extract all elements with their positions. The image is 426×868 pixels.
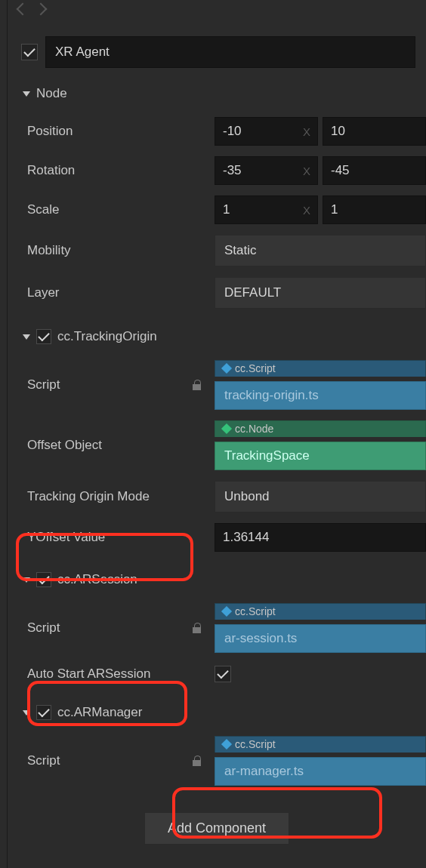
script-field[interactable]: ar-session.ts [215,624,426,653]
prop-script: Script cc.Script ar-manager.ts [8,731,426,791]
lock-icon [193,623,201,633]
prop-offset-object: Offset Object cc.Node TrackingSpace [8,415,426,476]
section-title: Node [36,86,67,101]
prop-label: Script [27,620,208,636]
tracking-mode-select[interactable]: Unbond [215,481,426,512]
prop-script: Script cc.Script tracking-origin.ts [8,355,426,415]
tracking-origin-props: Script cc.Script tracking-origin.ts Offs… [8,352,426,565]
lock-icon [193,380,201,390]
prop-label: Scale [27,202,208,217]
add-component-button[interactable]: Add Component [144,812,289,845]
axis-x-label: X [303,125,310,138]
caret-icon [23,91,30,97]
section-header-ar-session[interactable]: cc.ARSession [8,565,426,595]
add-component-row: Add Component [8,799,426,858]
node-name-input[interactable] [45,36,415,68]
prop-label: Auto Start ARSession [27,666,208,682]
script-field[interactable]: tracking-origin.ts [215,381,426,410]
asset-tag-script: cc.Script [215,603,426,620]
diamond-icon [221,739,232,749]
prop-mobility: Mobility Static [8,229,426,272]
axis-x-label: X [303,165,310,177]
prop-script: Script cc.Script ar-session.ts [8,598,426,658]
axis-x-label: X [303,204,310,217]
script-field[interactable]: ar-manager.ts [215,757,426,786]
prop-label: Script [27,753,208,768]
section-header-ar-manager[interactable]: cc.ARManager [8,697,426,728]
asset-tag-script: cc.Script [215,360,426,377]
prop-label: Position [27,124,208,139]
asset-tag-node: cc.Node [215,420,426,437]
component-enabled-checkbox[interactable] [36,572,51,587]
section-title: cc.TrackingOrigin [57,329,157,344]
prop-auto-start: Auto Start ARSession [8,658,426,690]
auto-start-checkbox[interactable] [215,666,231,682]
position-y-input[interactable] [323,117,426,146]
caret-icon [23,577,30,583]
prop-tracking-mode: Tracking Origin Mode Unbond [8,476,426,518]
asset-tag-script: cc.Script [215,736,426,753]
node-enabled-checkbox[interactable] [21,44,38,60]
component-enabled-checkbox[interactable] [36,329,51,344]
node-title-row [8,15,426,78]
prop-rotation: Rotation X [8,151,426,190]
prop-scale: Scale X [8,190,426,229]
offset-object-field[interactable]: TrackingSpace [215,442,426,470]
prop-label: Script [27,377,208,392]
prop-yoffset: YOffset Value [8,518,426,557]
caret-icon [23,334,30,340]
prop-layer: Layer DEFAULT [8,272,426,314]
diamond-icon [221,606,232,617]
lock-icon [193,756,201,766]
prop-position: Position X [8,112,426,151]
section-header-node[interactable]: Node [8,78,426,109]
layer-select[interactable]: DEFAULT [215,277,426,309]
component-enabled-checkbox[interactable] [36,705,51,720]
section-title: cc.ARSession [57,572,137,587]
prop-label: Rotation [27,163,208,178]
scale-y-input[interactable] [323,195,426,224]
inspector-panel: Node Position X Rotation X Scale X Mobil… [7,0,426,868]
section-header-tracking-origin[interactable]: cc.TrackingOrigin [8,322,426,352]
diamond-icon [221,423,232,434]
diamond-icon [221,363,232,374]
prop-label: Layer [27,285,208,300]
nav-forward-icon[interactable] [35,3,48,16]
yoffset-input[interactable] [215,523,426,552]
node-props: Position X Rotation X Scale X Mobility S… [8,109,426,322]
caret-icon [23,710,30,716]
nav-back-icon[interactable] [17,3,29,16]
prop-label: Tracking Origin Mode [27,489,208,504]
prop-label: YOffset Value [27,530,208,545]
mobility-select[interactable]: Static [215,235,426,266]
history-nav [8,0,426,15]
rotation-y-input[interactable] [323,156,426,185]
ar-session-props: Script cc.Script ar-session.ts Auto Star… [8,595,426,697]
ar-manager-props: Script cc.Script ar-manager.ts [8,728,426,799]
prop-label: Mobility [27,243,208,258]
section-title: cc.ARManager [57,705,142,720]
prop-label: Offset Object [27,438,208,453]
